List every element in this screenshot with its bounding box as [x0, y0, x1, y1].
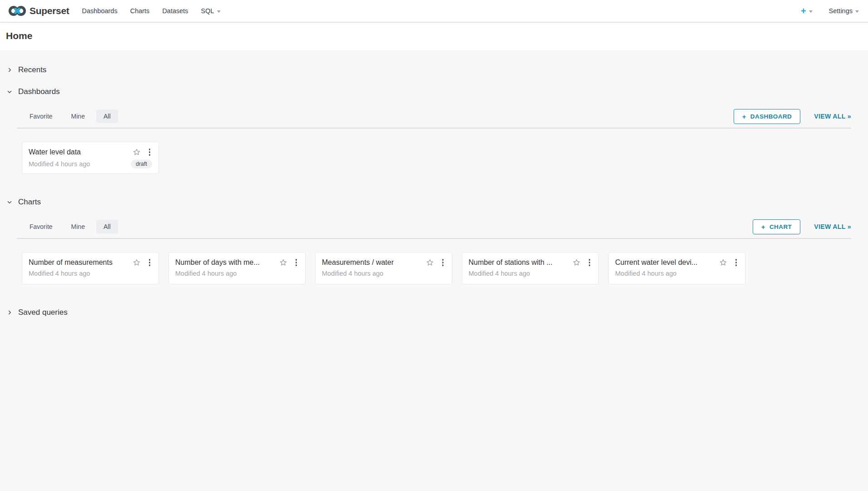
- chart-card[interactable]: Number of measurements Modified 4 hours …: [22, 252, 159, 284]
- dashboards-submenu: Favorite Mine All + DASHBOARD VIEW ALL »: [17, 105, 851, 129]
- section-charts: Charts Favorite Mine All + CHART VIEW AL…: [0, 194, 868, 299]
- add-dashboard-button[interactable]: + DASHBOARD: [734, 109, 801, 124]
- plus-icon: +: [742, 113, 746, 120]
- plus-icon: +: [801, 6, 806, 15]
- chevron-right-icon: [6, 309, 13, 316]
- card-title[interactable]: Number of measurements: [29, 258, 131, 267]
- card-title[interactable]: Measurements / water: [322, 258, 424, 267]
- kebab-menu-icon[interactable]: [294, 258, 299, 268]
- kebab-menu-icon[interactable]: [147, 147, 153, 157]
- chevron-down-icon: [6, 89, 13, 95]
- section-title: Saved queries: [18, 308, 68, 317]
- brand-name: Superset: [30, 5, 69, 16]
- superset-infinity-icon: [8, 5, 26, 17]
- charts-collapse-header[interactable]: Charts: [6, 194, 868, 210]
- home-content: Recents Dashboards Favorite Mine All + D…: [0, 50, 868, 320]
- view-all-charts-link[interactable]: VIEW ALL »: [814, 223, 851, 230]
- chevron-down-icon: [217, 10, 221, 13]
- card-title[interactable]: Water level data: [29, 148, 131, 156]
- navbar: Superset Dashboards Charts Datasets SQL …: [0, 0, 868, 23]
- nav-item-dashboards[interactable]: Dashboards: [82, 7, 117, 15]
- chevron-down-icon: [855, 10, 859, 13]
- section-title: Charts: [18, 198, 41, 207]
- settings-menu[interactable]: Settings: [829, 7, 859, 15]
- superset-logo[interactable]: Superset: [8, 5, 69, 17]
- recents-collapse-header[interactable]: Recents: [6, 62, 868, 78]
- charts-panel: Favorite Mine All + CHART VIEW ALL » Num…: [17, 215, 851, 299]
- section-title: Recents: [18, 65, 46, 74]
- charts-submenu: Favorite Mine All + CHART VIEW ALL »: [17, 215, 851, 239]
- new-item-button[interactable]: +: [801, 6, 813, 15]
- card-modified: Modified 4 hours ago: [615, 270, 739, 277]
- tab-all[interactable]: All: [96, 220, 118, 233]
- chart-card[interactable]: Current water level devi... Modified 4 h…: [608, 252, 745, 284]
- saved-queries-collapse-header[interactable]: Saved queries: [6, 305, 868, 320]
- tab-favorite[interactable]: Favorite: [22, 220, 60, 233]
- chart-card[interactable]: Number of stations with ... Modified 4 h…: [462, 252, 599, 284]
- card-title[interactable]: Number of days with me...: [175, 258, 278, 267]
- kebab-menu-icon[interactable]: [440, 258, 446, 268]
- section-title: Dashboards: [18, 87, 60, 96]
- dashboard-cards-row: Water level data Modified 4 hours ago dr…: [17, 129, 851, 189]
- card-title[interactable]: Current water level devi...: [615, 258, 718, 267]
- card-modified: Modified 4 hours ago: [29, 270, 152, 277]
- page-header: Home: [0, 23, 868, 50]
- add-chart-button[interactable]: + CHART: [753, 219, 800, 234]
- dashboards-panel: Favorite Mine All + DASHBOARD VIEW ALL »…: [17, 105, 851, 189]
- chevron-down-icon: [6, 199, 13, 205]
- kebab-menu-icon[interactable]: [147, 258, 153, 268]
- favorite-star-icon[interactable]: [718, 258, 729, 267]
- card-modified: Modified 4 hours ago: [322, 270, 445, 277]
- card-modified: Modified 4 hours ago: [469, 270, 592, 277]
- dashboards-collapse-header[interactable]: Dashboards: [6, 84, 868, 99]
- favorite-star-icon[interactable]: [571, 258, 582, 267]
- card-modified: Modified 4 hours ago: [175, 270, 299, 277]
- charts-actions: + CHART VIEW ALL »: [753, 219, 851, 234]
- tab-mine[interactable]: Mine: [64, 109, 92, 123]
- nav-menu: Dashboards Charts Datasets SQL: [81, 7, 220, 15]
- nav-item-datasets[interactable]: Datasets: [162, 7, 188, 15]
- plus-icon: +: [761, 223, 765, 230]
- chart-card[interactable]: Measurements / water Modified 4 hours ag…: [315, 252, 452, 284]
- page-title: Home: [6, 30, 861, 41]
- tab-favorite[interactable]: Favorite: [22, 109, 60, 123]
- favorite-star-icon[interactable]: [278, 258, 289, 267]
- view-all-dashboards-link[interactable]: VIEW ALL »: [814, 113, 851, 120]
- favorite-star-icon[interactable]: [424, 258, 435, 267]
- chevron-down-icon: [809, 10, 813, 13]
- kebab-menu-icon[interactable]: [587, 258, 592, 268]
- chart-card[interactable]: Number of days with me... Modified 4 hou…: [168, 252, 306, 284]
- dashboard-card[interactable]: Water level data Modified 4 hours ago dr…: [22, 142, 159, 174]
- nav-item-sql[interactable]: SQL: [201, 7, 221, 15]
- tab-mine[interactable]: Mine: [64, 220, 92, 233]
- section-recents: Recents: [0, 62, 868, 78]
- chevron-right-icon: [6, 67, 13, 73]
- tab-all[interactable]: All: [96, 109, 118, 123]
- section-dashboards: Dashboards Favorite Mine All + DASHBOARD…: [0, 84, 868, 189]
- kebab-menu-icon[interactable]: [734, 258, 739, 268]
- favorite-star-icon[interactable]: [131, 148, 142, 157]
- favorite-star-icon[interactable]: [131, 258, 142, 267]
- navbar-right: + Settings: [801, 6, 861, 15]
- card-title[interactable]: Number of stations with ...: [469, 258, 571, 267]
- section-saved-queries: Saved queries: [0, 305, 868, 320]
- card-modified: Modified 4 hours ago: [29, 160, 131, 168]
- draft-status-badge: draft: [131, 159, 152, 169]
- nav-item-charts[interactable]: Charts: [130, 7, 150, 15]
- dashboards-actions: + DASHBOARD VIEW ALL »: [734, 109, 851, 124]
- chart-cards-row: Number of measurements Modified 4 hours …: [17, 239, 851, 299]
